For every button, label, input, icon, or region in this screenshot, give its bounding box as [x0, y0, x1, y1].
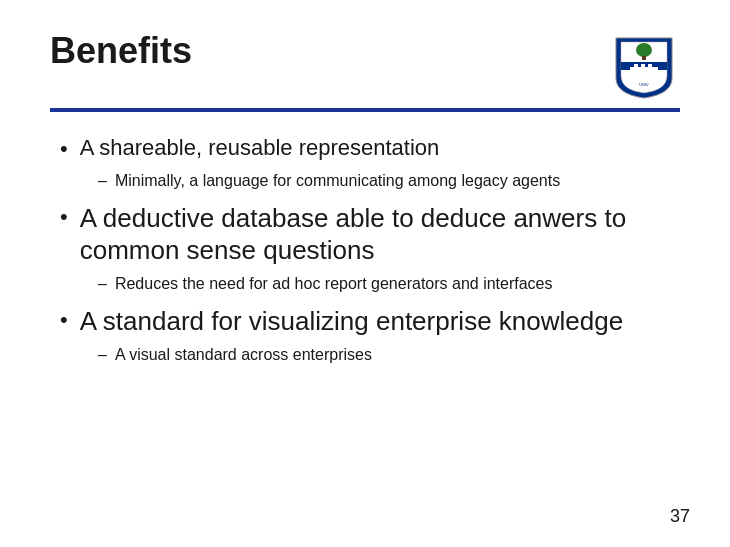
- bullet-main-1: • A shareable, reusable representation: [60, 134, 680, 164]
- bullet-text-2: A deductive database able to deduce anwe…: [80, 202, 680, 267]
- dash-1a: –: [98, 170, 107, 192]
- bullet-item-1: • A shareable, reusable representation –…: [60, 134, 680, 192]
- bullet-text-1: A shareable, reusable representation: [80, 134, 440, 163]
- slide-title: Benefits: [50, 30, 192, 72]
- svg-rect-6: [642, 56, 646, 60]
- svg-text:UNIV: UNIV: [639, 82, 649, 87]
- sub-bullets-2: – Reduces the need for ad hoc report gen…: [60, 273, 680, 295]
- dash-2a: –: [98, 273, 107, 295]
- slide-header: Benefits UNIV: [50, 30, 680, 102]
- slide-content: • A shareable, reusable representation –…: [50, 134, 680, 366]
- svg-rect-4: [648, 64, 652, 69]
- svg-point-5: [636, 43, 652, 57]
- sub-bullet-text-2a: Reduces the need for ad hoc report gener…: [115, 273, 553, 295]
- bullet-dot-2: •: [60, 203, 68, 231]
- bullet-text-3: A standard for visualizing enterprise kn…: [80, 305, 623, 338]
- bullet-main-2: • A deductive database able to deduce an…: [60, 202, 680, 267]
- bullet-dot-3: •: [60, 306, 68, 334]
- university-logo: UNIV: [608, 30, 680, 102]
- bullet-dot-1: •: [60, 135, 68, 164]
- sub-bullet-2a: – Reduces the need for ad hoc report gen…: [98, 273, 680, 295]
- bullet-item-3: • A standard for visualizing enterprise …: [60, 305, 680, 366]
- svg-rect-2: [634, 64, 638, 69]
- title-divider: [50, 108, 680, 112]
- sub-bullet-text-1a: Minimally, a language for communicating …: [115, 170, 560, 192]
- bullet-item-2: • A deductive database able to deduce an…: [60, 202, 680, 295]
- bullet-main-3: • A standard for visualizing enterprise …: [60, 305, 680, 338]
- sub-bullets-3: – A visual standard across enterprises: [60, 344, 680, 366]
- sub-bullet-text-3a: A visual standard across enterprises: [115, 344, 372, 366]
- sub-bullet-3a: – A visual standard across enterprises: [98, 344, 680, 366]
- page-number: 37: [670, 506, 690, 527]
- svg-rect-3: [641, 64, 645, 69]
- sub-bullet-1a: – Minimally, a language for communicatin…: [98, 170, 680, 192]
- slide: Benefits UNIV: [0, 0, 730, 547]
- sub-bullets-1: – Minimally, a language for communicatin…: [60, 170, 680, 192]
- dash-3a: –: [98, 344, 107, 366]
